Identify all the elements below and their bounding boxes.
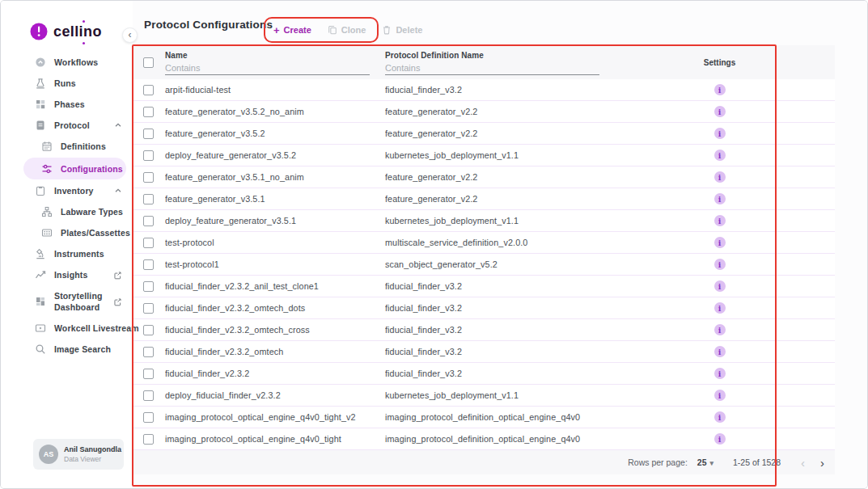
table-row: fiducial_finder_v2.3.2 fiducial_finder_v…: [133, 363, 835, 385]
row-name: deploy_feature_generator_v3.5.2: [165, 150, 385, 160]
user-name: Anil Sanugondla: [64, 445, 121, 453]
info-icon[interactable]: [714, 324, 726, 335]
row-name: imaging_protocol_optical_engine_q4v0_tig…: [165, 434, 385, 444]
external-link-icon: [113, 297, 122, 306]
sidebar-item-workcell-livestream[interactable]: Workcell Livestream: [1, 318, 133, 339]
row-definition: imaging_protocol_definition_optical_engi…: [385, 412, 604, 422]
row-checkbox[interactable]: [143, 172, 154, 183]
sidebar-item-image-search[interactable]: Image Search: [1, 339, 133, 360]
row-name: test-protocol: [165, 238, 385, 247]
chevron-up-icon[interactable]: [114, 187, 122, 195]
info-icon[interactable]: [714, 106, 726, 117]
row-checkbox[interactable]: [143, 325, 154, 335]
sidebar-item-workflows[interactable]: Workflows: [1, 52, 133, 73]
instruments-icon: [35, 248, 46, 259]
info-icon[interactable]: [714, 390, 726, 401]
row-name: feature_generator_v3.5.1: [165, 194, 385, 204]
sidebar-item-labware-types[interactable]: Labware Types: [1, 201, 133, 222]
previous-page-button[interactable]: [798, 457, 807, 469]
definitions-icon: [41, 141, 53, 152]
row-definition: kubernetes_job_deployment_v1.1: [385, 216, 604, 226]
row-checkbox[interactable]: [143, 107, 154, 117]
sidebar-item-configurations[interactable]: Configurations: [23, 158, 126, 179]
row-checkbox[interactable]: [143, 412, 154, 423]
table-row: test-protocol1 scan_object_generator_v5.…: [133, 254, 835, 276]
table-row: deploy_feature_generator_v3.5.2 kubernet…: [133, 145, 835, 167]
row-name: fiducial_finder_v2.3.2_omtech: [165, 347, 385, 356]
row-checkbox[interactable]: [143, 390, 154, 401]
runs-icon: [35, 78, 46, 89]
delete-button[interactable]: Delete: [382, 25, 422, 35]
table-row: test-protocol multiscale_service_definit…: [133, 232, 835, 254]
main-content: Protocol Configurations Create Clone Del…: [133, 1, 868, 488]
sidebar-item-instruments[interactable]: Instruments: [1, 243, 133, 264]
sidebar-item-storytelling-dashboard[interactable]: Storytelling Dashboard: [1, 285, 133, 318]
create-button[interactable]: Create: [273, 25, 311, 36]
table-row: feature_generator_v3.5.2 feature_generat…: [133, 123, 835, 145]
row-checkbox[interactable]: [143, 369, 154, 379]
row-definition: fiducial_finder_v3.2: [385, 85, 604, 95]
info-icon[interactable]: [714, 84, 726, 95]
info-icon[interactable]: [714, 411, 726, 423]
sidebar-item-inventory[interactable]: Inventory: [1, 180, 133, 201]
row-checkbox[interactable]: [143, 150, 154, 161]
chevron-up-icon[interactable]: [114, 121, 122, 129]
external-link-icon: [113, 271, 122, 280]
info-icon[interactable]: [714, 128, 726, 139]
column-header-settings: Settings: [604, 58, 835, 67]
sidebar-item-label: Labware Types: [61, 207, 123, 217]
select-all-checkbox[interactable]: [143, 57, 154, 68]
row-checkbox[interactable]: [143, 194, 154, 204]
info-icon[interactable]: [714, 433, 726, 445]
row-definition: fiducial_finder_v3.2: [385, 281, 604, 291]
row-definition: fiducial_finder_v3.2: [385, 303, 604, 313]
sidebar-item-plates-cassettes[interactable]: Plates/Cassettes: [1, 222, 133, 243]
sidebar-item-protocol[interactable]: Protocol: [1, 115, 133, 136]
clone-button[interactable]: Clone: [328, 25, 366, 35]
info-icon[interactable]: [714, 237, 726, 248]
row-checkbox[interactable]: [143, 434, 154, 445]
row-checkbox[interactable]: [143, 216, 154, 226]
info-icon[interactable]: [714, 259, 726, 270]
user-card[interactable]: AS Anil Sanugondla Data Viewer: [33, 439, 124, 470]
table-row: fiducial_finder_v2.3.2_omtech fiducial_f…: [133, 341, 835, 363]
next-page-button[interactable]: [818, 457, 827, 469]
table-row: fiducial_finder_v2.3.2_omtech_cross fidu…: [133, 319, 835, 341]
row-definition: multiscale_service_definition_v2.0.0: [385, 238, 604, 247]
sidebar-item-runs[interactable]: Runs: [1, 73, 133, 94]
info-icon[interactable]: [714, 280, 726, 292]
sidebar-item-phases[interactable]: Phases: [1, 94, 133, 115]
row-checkbox[interactable]: [143, 238, 154, 248]
info-icon[interactable]: [714, 215, 726, 226]
plus-icon: [273, 25, 280, 36]
protocol-icon: [35, 120, 46, 131]
info-icon[interactable]: [714, 368, 726, 379]
table-body: arpit-fiducial-test fiducial_finder_v3.2…: [133, 79, 835, 450]
rows-per-page-label: Rows per page:: [628, 457, 688, 467]
row-definition: feature_generator_v2.2: [385, 107, 604, 116]
sidebar: cellino Workflows Runs Phases Protocol: [1, 1, 133, 488]
definition-filter-input[interactable]: [385, 62, 599, 75]
info-icon[interactable]: [714, 150, 726, 161]
sidebar-item-definitions[interactable]: Definitions: [1, 136, 133, 157]
row-checkbox[interactable]: [143, 303, 154, 314]
info-icon[interactable]: [714, 302, 726, 314]
name-filter-input[interactable]: [165, 62, 370, 75]
rows-per-page-select[interactable]: 25: [697, 457, 713, 467]
row-checkbox[interactable]: [143, 347, 154, 357]
sidebar-item-label: Configurations: [61, 164, 123, 174]
row-checkbox[interactable]: [143, 259, 154, 270]
row-definition: imaging_protocol_definition_optical_engi…: [385, 434, 604, 444]
row-name: feature_generator_v3.5.2_no_anim: [165, 107, 385, 116]
workcell-livestream-icon: [35, 322, 46, 334]
info-icon[interactable]: [714, 346, 726, 357]
sidebar-collapse-button[interactable]: [122, 27, 138, 43]
page-title: Protocol Configurations: [144, 19, 273, 31]
info-icon[interactable]: [714, 193, 726, 204]
sidebar-nav: Workflows Runs Phases Protocol Definitio…: [1, 52, 133, 360]
row-checkbox[interactable]: [143, 85, 154, 95]
row-checkbox[interactable]: [143, 129, 154, 139]
row-checkbox[interactable]: [143, 281, 154, 292]
info-icon[interactable]: [714, 171, 726, 183]
sidebar-item-insights[interactable]: Insights: [1, 264, 133, 285]
